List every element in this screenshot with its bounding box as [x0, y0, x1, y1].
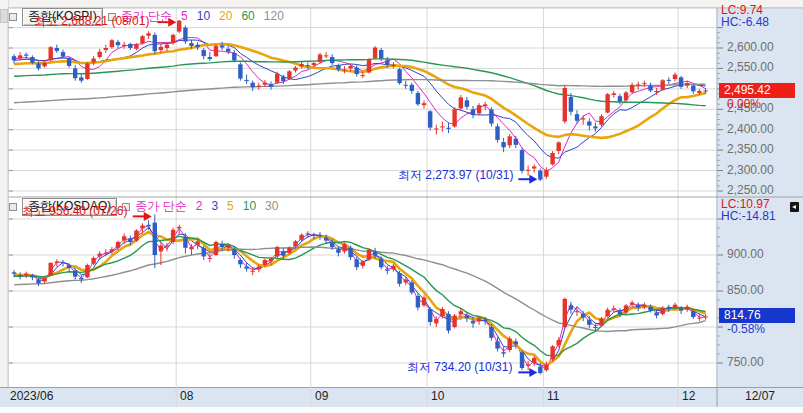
- kosdaq-ma10-label[interactable]: 10: [243, 200, 256, 213]
- kosdaq-ma5-label[interactable]: 5: [227, 200, 234, 213]
- kosdaq-price-badge: 814.76: [719, 308, 795, 323]
- kosdaq-panel-checkbox[interactable]: [9, 203, 17, 211]
- kosdaq-hc-value: HC:-14.81: [721, 210, 776, 223]
- kospi-axis-tick: 2,250.00: [727, 184, 774, 197]
- kospi-ma120-label[interactable]: 120: [264, 10, 284, 23]
- kospi-low-annotation: 최저 2,273.97 (10/31): [398, 169, 513, 182]
- kospi-axis-tick: 2,550.00: [727, 61, 774, 74]
- kosdaq-change-pct: -0.58%: [727, 323, 765, 336]
- kosdaq-low-annotation: 최저 734.20 (10/31): [407, 361, 512, 374]
- kospi-axis-tick: 2,350.00: [727, 143, 774, 156]
- kospi-panel-checkbox[interactable]: [9, 13, 17, 21]
- kospi-ma5-label[interactable]: 5: [181, 10, 188, 23]
- end-date-label: 12/07: [745, 390, 775, 403]
- kosdaq-ma30-label[interactable]: 30: [265, 200, 278, 213]
- panel-collapse-icon[interactable]: [790, 202, 799, 212]
- kosdaq-axis-tick: 750.00: [727, 356, 764, 369]
- kosdaq-high-annotation: 최고 956.40 (07/26): [22, 205, 127, 218]
- month-label: 2023/06: [10, 390, 53, 403]
- kospi-ma10-label[interactable]: 10: [197, 10, 210, 23]
- kosdaq-legend-prefix: 종가 단순: [135, 200, 186, 213]
- kospi-hc-value: HC:-6.48: [721, 16, 769, 29]
- kosdaq-axis-tick: 850.00: [727, 284, 764, 297]
- kospi-axis-tick: 2,400.00: [727, 123, 774, 136]
- kosdaq-axis-tick: 900.00: [727, 248, 764, 261]
- month-label: 11: [547, 390, 559, 403]
- kospi-axis-tick: 2,300.00: [727, 164, 774, 177]
- stock-chart-window: { "palette": { "up": "#e4352c", "down": …: [0, 0, 803, 413]
- kosdaq-ma2-label[interactable]: 2: [196, 200, 203, 213]
- month-label: 10: [431, 390, 444, 403]
- kospi-change-pct: 0.00%: [727, 98, 761, 111]
- kospi-ma60-label[interactable]: 60: [241, 10, 254, 23]
- month-label: 09: [315, 390, 328, 403]
- kospi-ma20-label[interactable]: 20: [219, 10, 232, 23]
- kospi-high-annotation: 최고 2,668.21 (08/01): [34, 15, 149, 28]
- month-label: 08: [180, 390, 193, 403]
- kospi-axis-tick: 2,600.00: [727, 41, 774, 54]
- kosdaq-ma3-label[interactable]: 3: [211, 200, 218, 213]
- month-label: 12: [682, 390, 695, 403]
- kospi-price-badge: 2,495.42: [719, 83, 795, 98]
- kosdaq-ma-legend: 종가 단순 2 3 5 10 30: [135, 200, 278, 213]
